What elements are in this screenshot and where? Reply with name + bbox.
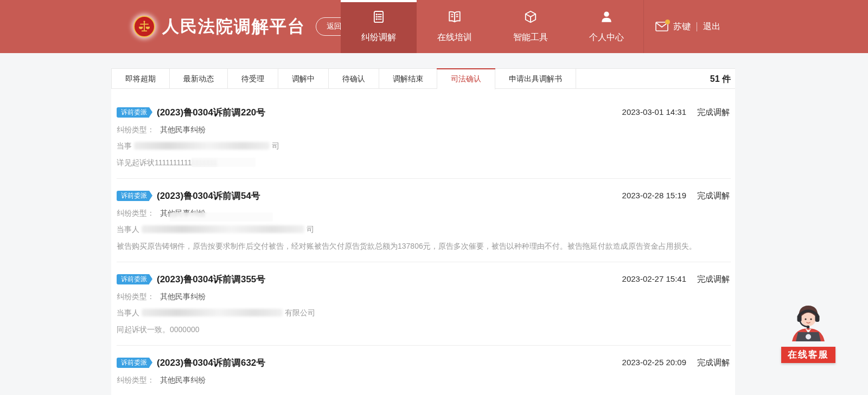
redacted-text-blur <box>192 158 256 167</box>
content-card: 即将超期 最新动态 待受理 调解中 待确认 调解结束 司法确认 申请出具调解书 … <box>111 68 735 395</box>
pre-litigation-badge: 诉前委派 <box>117 107 149 118</box>
dispute-type-value: 其他民事纠纷 <box>160 125 206 134</box>
pre-litigation-badge: 诉前委派 <box>117 358 149 368</box>
case-status: 完成调解 <box>697 107 730 118</box>
case-list-item[interactable]: 诉前委派 (2023)鲁0304诉前调54号 2023-02-28 15:19 … <box>117 179 731 262</box>
nav-item-label: 个人中心 <box>589 32 624 43</box>
page-title: 人民法院调解平台 <box>162 15 305 38</box>
party-label: 当事 <box>117 141 132 150</box>
app-header: 人民法院调解平台 返回首页 纠纷调解 在线 <box>0 0 868 53</box>
dispute-type-value: 其他民事纠纷 <box>160 375 206 384</box>
case-description: 同起诉状一致。0000000 <box>117 325 731 334</box>
party-visible-tail: 有限公司 <box>285 308 315 317</box>
redacted-party-blur <box>142 225 304 233</box>
dispute-type-label: 纠纷类型： <box>117 209 155 217</box>
logout-button[interactable]: 退出 <box>703 21 720 33</box>
party-label: 当事人 <box>117 308 139 317</box>
party-row: 当事人司 <box>117 225 731 234</box>
online-customer-service-widget[interactable]: 在线客服 <box>780 298 837 363</box>
case-datetime: 2023-02-25 20:09 <box>622 358 686 368</box>
tab-expiring-soon[interactable]: 即将超期 <box>111 69 170 88</box>
tab-judicial-confirmation[interactable]: 司法确认 <box>437 69 495 89</box>
case-datetime: 2023-02-27 15:41 <box>622 274 686 284</box>
user-separator <box>697 22 697 31</box>
nav-item-personal-center[interactable]: 个人中心 <box>569 0 644 53</box>
court-emblem-logo <box>133 16 155 37</box>
case-list-item[interactable]: 诉前委派 (2023)鲁0304诉前调220号 2023-03-01 14:31… <box>117 95 731 179</box>
user-area: 苏键 退出 <box>655 0 720 53</box>
brand: 人民法院调解平台 返回首页 <box>133 0 368 53</box>
tab-pending-acceptance[interactable]: 待受理 <box>228 69 278 88</box>
dispute-type-label: 纠纷类型： <box>117 125 155 134</box>
cube-icon <box>524 10 538 26</box>
case-status: 完成调解 <box>697 274 730 284</box>
dispute-type-value: 其他民事纠纷 <box>160 292 206 301</box>
nav-item-label: 智能工具 <box>513 32 548 43</box>
dispute-type-row: 纠纷类型：其他民事纠纷 <box>117 292 731 301</box>
party-label: 当事人 <box>117 225 139 234</box>
case-list-item[interactable]: 诉前委派 (2023)鲁0304诉前调632号 2023-02-25 20:09… <box>117 346 731 395</box>
case-number[interactable]: (2023)鲁0304诉前调355号 <box>157 273 265 286</box>
nav-item-online-training[interactable]: 在线培训 <box>417 0 493 53</box>
tab-apply-mediation-document[interactable]: 申请出具调解书 <box>495 69 576 88</box>
party-row: 当事人有限公司 <box>117 308 731 318</box>
party-visible-tail: 司 <box>307 225 314 234</box>
tab-pending-confirmation[interactable]: 待确认 <box>329 69 379 88</box>
case-datetime: 2023-02-28 15:19 <box>622 191 686 201</box>
redacted-party-blur <box>134 142 270 150</box>
dispute-type-row: 纠纷类型：其他民事纠纷 <box>117 209 731 218</box>
case-number[interactable]: (2023)鲁0304诉前调632号 <box>157 357 265 369</box>
dispute-type-label: 纠纷类型： <box>117 375 155 384</box>
tab-latest-updates[interactable]: 最新动态 <box>170 69 228 88</box>
tab-mediation-ended[interactable]: 调解结束 <box>379 69 437 88</box>
case-number[interactable]: (2023)鲁0304诉前调220号 <box>157 106 265 119</box>
case-number[interactable]: (2023)鲁0304诉前调54号 <box>157 190 260 202</box>
case-status-tabs: 即将超期 最新动态 待受理 调解中 待确认 调解结束 司法确认 申请出具调解书 … <box>111 68 735 89</box>
nav-item-label: 在线培训 <box>437 32 472 43</box>
redacted-party-blur <box>142 309 283 316</box>
user-icon <box>599 10 614 26</box>
mail-icon[interactable] <box>655 22 668 31</box>
nav-item-smart-tools[interactable]: 智能工具 <box>493 0 569 53</box>
case-description: 被告购买原告铸钢件，原告按要求制作后交付被告，经对账被告欠付原告货款总额为137… <box>117 242 731 251</box>
pre-litigation-badge: 诉前委派 <box>117 274 149 284</box>
pre-litigation-badge: 诉前委派 <box>117 191 149 201</box>
main-nav: 纠纷调解 在线培训 智能工具 <box>341 0 644 53</box>
tab-in-mediation[interactable]: 调解中 <box>278 69 329 88</box>
case-status: 完成调解 <box>697 191 730 201</box>
document-list-icon <box>372 10 386 26</box>
open-book-icon <box>448 10 462 26</box>
redacted-text-blur <box>170 212 273 222</box>
online-service-label[interactable]: 在线客服 <box>781 347 835 363</box>
party-row: 当事司 <box>117 141 731 151</box>
dispute-type-row: 纠纷类型：其他民事纠纷 <box>117 125 731 134</box>
case-count: 51 件 <box>710 69 735 88</box>
case-status: 完成调解 <box>697 358 730 368</box>
party-visible-tail: 司 <box>272 141 279 150</box>
dispute-type-row: 纠纷类型：其他民事纠纷 <box>117 375 731 385</box>
case-datetime: 2023-03-01 14:31 <box>622 107 686 118</box>
case-description: 详见起诉状11111111111111111 <box>117 158 731 167</box>
notification-dot <box>665 20 670 24</box>
case-list: 诉前委派 (2023)鲁0304诉前调220号 2023-03-01 14:31… <box>111 89 735 395</box>
nav-item-label: 纠纷调解 <box>361 32 396 43</box>
case-list-item[interactable]: 诉前委派 (2023)鲁0304诉前调355号 2023-02-27 15:41… <box>117 262 731 346</box>
username[interactable]: 苏键 <box>673 21 691 33</box>
dispute-type-label: 纠纷类型： <box>117 292 155 301</box>
header-divider <box>643 0 644 53</box>
nav-item-dispute-mediation[interactable]: 纠纷调解 <box>341 0 417 53</box>
